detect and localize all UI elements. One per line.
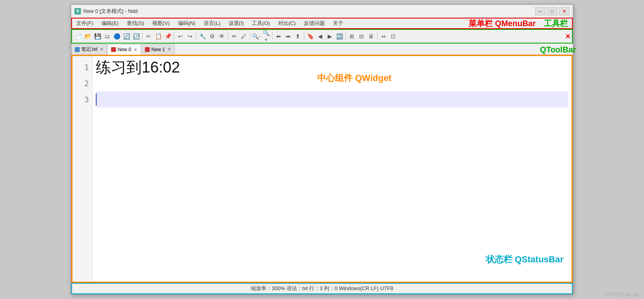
menu-settings[interactable]: 设置(I) (225, 18, 248, 29)
tool-zoom-in[interactable]: 🔍+ (262, 32, 270, 41)
tab-notes-close[interactable]: ✕ (100, 47, 103, 52)
tool-cut[interactable]: ✂ (144, 32, 153, 41)
content-area: 1 2 3 练习到16:02 中心组件 QWidget 状态栏 QStatusB… (71, 55, 573, 283)
statusbar-annotation: 状态栏 QStatusBar (486, 253, 564, 266)
tab-bar: 笔记.txt ✕ New 0 ✕ New 1 ✕ (71, 44, 573, 55)
tab-new0-label: New 0 (118, 47, 131, 52)
menu-tools[interactable]: 工具(O) (248, 18, 274, 29)
tab-notes-icon (75, 47, 80, 52)
tool-grid[interactable]: ⊞ (347, 32, 356, 41)
menu-search[interactable]: 查找(S) (123, 18, 148, 29)
tool-sep8 (345, 32, 346, 40)
tool-copy[interactable]: 📋 (154, 32, 163, 41)
menu-bar-wrapper: 文件(F) 编辑(E) 查找(S) 视图(V) 编码(N) 语言(L) 设置(I… (71, 18, 573, 29)
tool-align-left[interactable]: ⬅ (274, 32, 283, 41)
tool-save-all[interactable]: 🗂 (103, 32, 111, 41)
editor-content[interactable]: 练习到16:02 中心组件 QWidget 状态栏 QStatusBar (93, 56, 572, 282)
status-bar: 缩放率：300% 语法：txt 行：3 列：0 Windows(CR LF) U… (71, 283, 573, 294)
menu-language[interactable]: 语言(L) (200, 18, 225, 29)
text-cursor (96, 93, 97, 106)
tool-split-v[interactable]: ⊟ (357, 32, 366, 41)
menu-file[interactable]: 文件(F) (72, 18, 97, 29)
title-bar-left: N New 0 [文本模式] - Ndd (74, 8, 138, 15)
menubar-annotation: 菜单栏 QMenuBar (469, 18, 536, 29)
tab-notes[interactable]: 笔记.txt ✕ (71, 44, 107, 54)
tool-save[interactable]: 💾 (93, 32, 102, 41)
tool-open[interactable]: 📂 (83, 32, 92, 41)
editor-text-1: 练习到16:02 (96, 57, 180, 78)
editor-line-1: 练习到16:02 (96, 59, 568, 75)
toolbar: 📄 📂 💾 🗂 🔵 🔄 🔃 ✂ 📋 📌 ↩ ↪ 🔧 ⚙ 👁 ✏ 🖊 🔍- 🔍+ (71, 29, 573, 44)
line-num-2: 2 (72, 75, 92, 91)
csdn-watermark: CSDN @luan_qd (604, 292, 638, 297)
tool-format[interactable]: 🔧 (198, 32, 207, 41)
menu-edit[interactable]: 编辑(E) (97, 18, 123, 29)
menu-feedback[interactable]: 反馈问题 (300, 18, 329, 29)
tool-pen[interactable]: ✏ (230, 32, 239, 41)
tab-new1-label: New 1 (151, 47, 165, 52)
tool-align-right[interactable]: ➡ (284, 32, 293, 41)
maximize-button[interactable]: □ (547, 7, 557, 15)
tab-new0[interactable]: New 0 ✕ (107, 44, 141, 55)
line-num-3: 3 (72, 91, 92, 108)
editor-line-2 (96, 75, 568, 91)
toolbar-annotation-top: 工具栏 (544, 18, 568, 29)
tool-macro[interactable]: ⚙ (208, 32, 217, 41)
tool-btn6[interactable]: 🔄 (122, 32, 131, 41)
tab-new1-close[interactable]: ✕ (167, 47, 171, 52)
tool-nav-prev[interactable]: ◀ (316, 32, 324, 41)
toolbar-close-button[interactable]: ✕ (565, 33, 570, 40)
tab-new0-icon (111, 47, 116, 52)
main-window: N New 0 [文本模式] - Ndd ─ □ ✕ 文件(F) 编辑(E) 查… (71, 4, 573, 295)
menu-encode[interactable]: 编码(N) (174, 18, 200, 29)
tool-col-up[interactable]: ⬆ (293, 32, 302, 41)
tab-new1-icon (145, 47, 150, 52)
title-bar: N New 0 [文本模式] - Ndd ─ □ ✕ (71, 5, 573, 18)
tool-sep5 (250, 32, 250, 40)
menu-about[interactable]: 关于 (329, 18, 347, 29)
tool-highlight[interactable]: 🖊 (239, 32, 248, 41)
tab-new0-close[interactable]: ✕ (134, 47, 137, 52)
minimize-button[interactable]: ─ (535, 7, 545, 15)
status-text: 缩放率：300% 语法：txt 行：3 列：0 Windows(CR LF) U… (251, 285, 393, 292)
tool-paste[interactable]: 📌 (163, 32, 172, 41)
tool-sep7 (304, 32, 304, 40)
menu-view[interactable]: 视图(V) (148, 18, 173, 29)
tab-notes-label: 笔记.txt (81, 46, 97, 53)
close-button[interactable]: ✕ (559, 7, 570, 15)
tool-diff2[interactable]: ⊡ (389, 32, 398, 41)
toolbar-wrapper: 📄 📂 💾 🗂 🔵 🔄 🔃 ✂ 📋 📌 ↩ ↪ 🔧 ⚙ 👁 ✏ 🖊 🔍- 🔍+ (71, 29, 573, 44)
tool-diff[interactable]: ⇔ (379, 32, 388, 41)
tool-sep9 (377, 32, 378, 40)
tool-redo[interactable]: ↪ (186, 32, 194, 41)
menu-bar: 文件(F) 编辑(E) 查找(S) 视图(V) 编码(N) 语言(L) 设置(I… (71, 18, 573, 29)
tool-sep4 (228, 32, 228, 40)
tool-sep6 (272, 32, 272, 40)
tool-undo[interactable]: ↩ (176, 32, 185, 41)
tool-btn5[interactable]: 🔵 (112, 32, 121, 41)
tool-nav-word[interactable]: 🔤 (335, 32, 344, 41)
editor-line-3 (96, 91, 568, 108)
window-title: New 0 [文本模式] - Ndd (83, 8, 138, 15)
tool-sep1 (142, 32, 142, 40)
tool-sep2 (174, 32, 174, 40)
app-icon: N (74, 8, 81, 15)
tool-monitor[interactable]: 🖥 (367, 32, 376, 41)
toolbar-annotation-bottom: QToolBar (540, 45, 576, 54)
tool-btn7[interactable]: 🔃 (132, 32, 140, 41)
title-bar-controls: ─ □ ✕ (535, 7, 570, 15)
tab-new1[interactable]: New 1 ✕ (141, 44, 175, 54)
menu-compare[interactable]: 对比(C) (274, 18, 300, 29)
tool-nav-next[interactable]: ▶ (325, 32, 334, 41)
tool-bookmark[interactable]: 🔖 (306, 32, 315, 41)
line-numbers: 1 2 3 (72, 56, 93, 282)
tool-sep3 (196, 32, 196, 40)
tool-zoom-out[interactable]: 🔍- (252, 32, 261, 41)
tool-new[interactable]: 📄 (74, 32, 83, 41)
line-num-1: 1 (72, 59, 92, 75)
tool-preview[interactable]: 👁 (217, 32, 226, 41)
